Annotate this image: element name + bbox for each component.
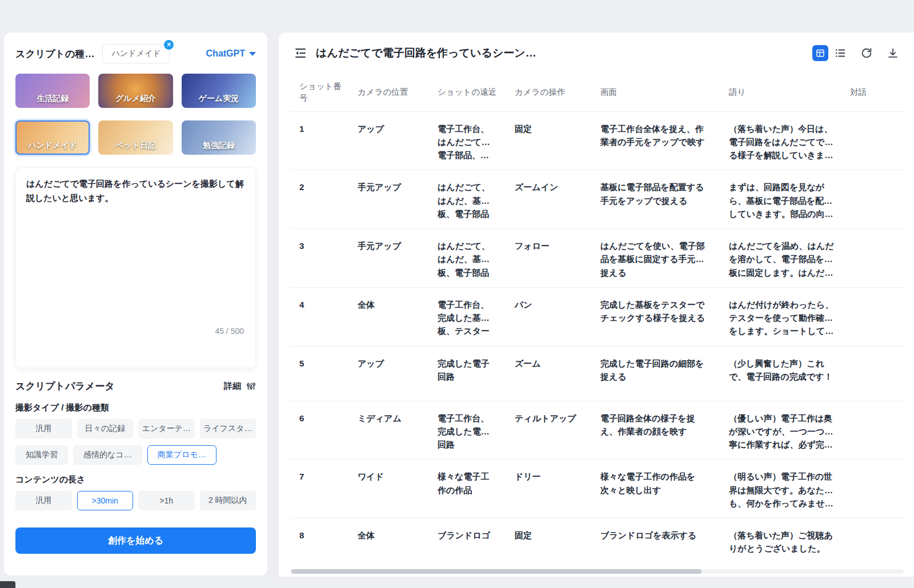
shoot-type-label: 撮影タイプ / 撮影の種類 — [15, 402, 256, 413]
screen-cell: はんだごてを使い、電子部 品を基板に固定する手元… 捉える — [591, 229, 720, 288]
dialogue-cell — [841, 401, 904, 460]
chip-option[interactable]: 2 時間以内 — [200, 491, 256, 510]
chip-option[interactable]: 汎用 — [15, 419, 72, 438]
chip-option-selected[interactable]: >30min — [77, 491, 134, 510]
table-row[interactable]: 7 ワイド 様々な電子工 作の作品 ドリー 様々な電子工作の作品を 次々と映し出… — [290, 460, 904, 518]
narration-cell: はんだごてを温め、はんだ を溶かして、電子部品を… 板に固定します。はんだ… — [720, 229, 841, 288]
camera-operation-cell: 固定 — [506, 111, 591, 170]
sidebar-header: スクリプトの種… ハンドメイド × ChatGPT — [15, 44, 256, 63]
model-selector-label: ChatGPT — [206, 49, 245, 59]
table-row[interactable]: 3 手元アップ はんだごて、 はんだ、基… 板、電子部品 フォロー はんだごてを… — [290, 229, 904, 288]
table-view-icon[interactable] — [812, 45, 828, 61]
screen-cell: 完成した電子回路の細部を 捉える — [591, 346, 720, 401]
dialogue-cell — [841, 287, 904, 346]
shot-number-cell: 4 — [290, 287, 348, 346]
chip-option[interactable]: >1h — [138, 491, 195, 510]
shot-table-header: ショット番号 カメラの位置 ショットの遠近 カメラの操作 画面 語り 対話 — [290, 73, 904, 111]
sliders-icon — [246, 381, 256, 391]
camera-operation-cell: ズーム — [506, 346, 591, 401]
camera-operation-cell: フォロー — [506, 229, 591, 288]
shot-table: ショット番号 カメラの位置 ショットの遠近 カメラの操作 画面 語り 対話 1 … — [290, 73, 904, 573]
chip-option[interactable]: ライフスタ… — [200, 419, 256, 438]
shot-distance-cell: 様々な電子工 作の作品 — [428, 460, 506, 518]
camera-position-cell: アップ — [348, 111, 428, 170]
category-grid: 生活記録 グルメ紹介 ゲーム実況 ハンドメイド ペット日記 勉強記録 — [15, 74, 256, 155]
chip-option-selected[interactable]: 商業プロモ… — [147, 445, 217, 465]
camera-position-cell: ワイド — [348, 460, 428, 518]
narration-cell: まずは、回路図を見なが ら、基板に電子部品を配… していきます。部品の向… — [720, 170, 841, 229]
header-actions — [812, 45, 899, 61]
chip-option[interactable]: 日々の記録 — [77, 419, 134, 438]
list-view-icon[interactable] — [834, 47, 847, 59]
column-header-camera-operation: カメラの操作 — [506, 73, 591, 111]
shot-number-cell: 2 — [290, 170, 348, 229]
content-length-chips: 汎用 >30min >1h 2 時間以内 — [15, 491, 256, 510]
detail-toggle[interactable]: 詳細 — [224, 381, 256, 392]
shoot-type-chips-row2: 知識学習 感情的なコ… 商業プロモ… — [15, 445, 256, 465]
dialogue-cell — [841, 229, 904, 288]
shot-number-cell: 8 — [290, 518, 348, 573]
screen-cell: ブランドロゴを表示する — [591, 518, 720, 573]
table-row[interactable]: 5 アップ 完成した電子 回路 ズーム 完成した電子回路の細部を 捉える （少し… — [290, 346, 904, 401]
camera-position-cell: ミディアム — [348, 401, 428, 460]
narration-cell: （少し興奮した声）これ で、電子回路の完成です！ — [720, 346, 841, 401]
camera-operation-cell: ドリー — [506, 460, 591, 518]
horizontal-scrollbar-thumb[interactable] — [291, 569, 701, 574]
category-thumb-gourmet[interactable]: グルメ紹介 — [98, 74, 173, 108]
narration-cell: （優しい声）電子工作は奥 が深いですが、一つ一つ… 寧に作業すれば、必ず完… — [720, 401, 841, 460]
narration-cell: （落ち着いた声）ご視聴あ りがとうございました。 — [720, 518, 841, 573]
category-thumb-label: グルメ紹介 — [98, 94, 173, 104]
shot-distance-cell: 電子工作台、 完成した電… 回路 — [428, 401, 506, 460]
chip-option[interactable]: エンターテ… — [138, 419, 195, 438]
detail-label: 詳細 — [224, 381, 241, 392]
outline-icon[interactable] — [294, 46, 307, 60]
chip-option[interactable]: 汎用 — [15, 491, 72, 510]
model-selector[interactable]: ChatGPT — [206, 49, 256, 59]
prompt-card: はんだごてで電子回路を作っているシーンを撮影して解説したいと思います。 45 /… — [15, 167, 256, 368]
shoot-type-chips-row1: 汎用 日々の記録 エンターテ… ライフスタ… — [15, 419, 256, 438]
column-header-screen: 画面 — [591, 73, 720, 111]
table-row[interactable]: 1 アップ 電子工作台、 はんだごて… 電子部品、… 固定 電子工作台全体を捉え… — [290, 111, 904, 170]
category-thumb-label: 勉強記録 — [182, 140, 256, 151]
category-thumb-game[interactable]: ゲーム実況 — [182, 74, 256, 108]
table-row[interactable]: 8 全体 ブランドロゴ 固定 ブランドロゴを表示する （落ち着いた声）ご視聴あ … — [290, 518, 904, 573]
camera-operation-cell: パン — [506, 287, 591, 346]
category-thumb-study[interactable]: 勉強記録 — [182, 120, 256, 155]
view-toggle — [812, 45, 847, 61]
window-corner-artifact — [0, 581, 15, 588]
script-header: はんだごてで電子回路を作っているシーン… — [279, 33, 914, 70]
refresh-icon[interactable] — [860, 47, 873, 59]
shot-distance-cell: 完成した電子 回路 — [428, 346, 506, 401]
camera-position-cell: 全体 — [348, 518, 428, 573]
camera-operation-cell: ティルトアップ — [506, 401, 591, 460]
start-creation-button[interactable]: 創作を始める — [15, 527, 256, 554]
category-thumb-label: ゲーム実況 — [182, 94, 256, 104]
chip-option[interactable]: 感情的なコ… — [73, 445, 142, 465]
camera-position-cell: 手元アップ — [348, 229, 428, 288]
camera-operation-cell: ズームイン — [506, 170, 591, 229]
download-icon[interactable] — [887, 47, 899, 59]
dialogue-cell — [841, 111, 904, 170]
category-thumb-pet[interactable]: ペット日記 — [98, 120, 173, 155]
table-row[interactable]: 6 ミディアム 電子工作台、 完成した電… 回路 ティルトアップ 電子回路全体の… — [290, 401, 904, 460]
params-title: スクリプトパラメータ — [15, 380, 115, 393]
shot-number-cell: 3 — [290, 229, 348, 288]
screen-cell: 様々な電子工作の作品を 次々と映し出す — [591, 460, 720, 518]
column-header-camera-position: カメラの位置 — [348, 73, 428, 111]
screen-cell: 電子回路全体の様子を捉 え、作業者の顔を映す — [591, 401, 720, 460]
prompt-input[interactable]: はんだごてで電子回路を作っているシーンを撮影して解説したいと思います。 — [25, 176, 246, 333]
shot-number-cell: 6 — [290, 401, 348, 460]
remove-tag-icon[interactable]: × — [164, 40, 174, 50]
table-row[interactable]: 2 手元アップ はんだごて、 はんだ、基… 板、電子部品 ズームイン 基板に電子… — [290, 170, 904, 229]
table-row[interactable]: 4 全体 電子工作台、 完成した基… 板、テスター パン 完成した基板をテスター… — [290, 287, 904, 346]
narration-cell: （明るい声）電子工作の世 界は無限大です。あなた… も、何かを作ってみませ… — [720, 460, 841, 518]
chip-option[interactable]: 知識学習 — [15, 445, 68, 465]
category-thumb-handmade[interactable]: ハンドメイド — [15, 120, 90, 155]
column-header-shot-distance: ショットの遠近 — [428, 73, 506, 111]
category-thumb-life[interactable]: 生活記録 — [15, 74, 90, 108]
dialogue-cell — [841, 518, 904, 573]
selected-category-tag[interactable]: ハンドメイド × — [102, 44, 170, 63]
horizontal-scrollbar-track[interactable] — [290, 569, 904, 574]
narration-cell: （落ち着いた声）今日は、 電子回路をはんだごてで… る様子を解説していきま… — [720, 111, 841, 170]
shot-distance-cell: はんだごて、 はんだ、基… 板、電子部品 — [428, 170, 506, 229]
